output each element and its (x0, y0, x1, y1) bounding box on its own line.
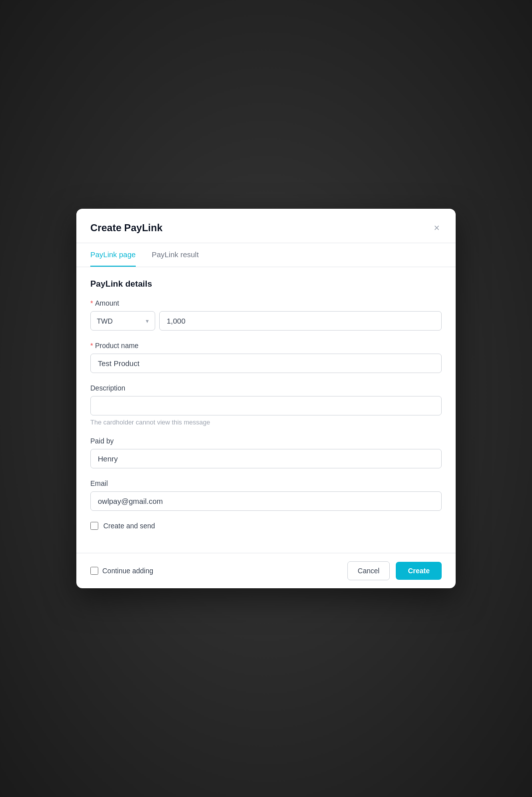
paid-by-group: Paid by (90, 437, 442, 468)
tab-paylink-result[interactable]: PayLink result (152, 243, 199, 267)
email-label: Email (90, 479, 442, 487)
email-group: Email (90, 479, 442, 511)
paid-by-input[interactable] (90, 449, 442, 468)
amount-required-star: * (90, 299, 93, 307)
continue-adding-label: Continue adding (102, 567, 153, 575)
modal-body: PayLink details * Amount TWD ▾ (76, 267, 456, 553)
product-name-input[interactable] (90, 354, 442, 373)
create-and-send-label: Create and send (103, 522, 155, 530)
currency-select[interactable]: TWD ▾ (90, 311, 155, 331)
amount-row: TWD ▾ (90, 311, 442, 331)
description-input[interactable] (90, 396, 442, 415)
product-name-label: * Product name (90, 342, 442, 350)
currency-value: TWD (97, 317, 113, 325)
description-hint: The cardholder cannot view this message (90, 418, 442, 426)
product-name-group: * Product name (90, 342, 442, 373)
tab-paylink-page[interactable]: PayLink page (90, 243, 136, 267)
continue-adding-row: Continue adding (90, 567, 153, 575)
amount-group: * Amount TWD ▾ (90, 299, 442, 331)
create-button[interactable]: Create (396, 562, 442, 580)
description-label: Description (90, 384, 442, 392)
modal-title: Create PayLink (90, 222, 163, 234)
modal-overlay: Create PayLink × PayLink page PayLink re… (0, 0, 532, 797)
modal-dialog: Create PayLink × PayLink page PayLink re… (76, 209, 456, 588)
product-required-star: * (90, 342, 93, 350)
create-and-send-group: Create and send (90, 522, 442, 530)
modal-footer: Continue adding Cancel Create (76, 553, 456, 588)
create-and-send-checkbox[interactable] (90, 522, 98, 530)
modal-header: Create PayLink × (76, 209, 456, 243)
chevron-down-icon: ▾ (146, 318, 149, 325)
section-title: PayLink details (90, 279, 442, 289)
amount-input[interactable] (159, 311, 442, 331)
email-input[interactable] (90, 491, 442, 511)
create-and-send-row: Create and send (90, 522, 442, 530)
cancel-button[interactable]: Cancel (347, 561, 390, 580)
tabs-container: PayLink page PayLink result (76, 243, 456, 267)
amount-label: * Amount (90, 299, 442, 307)
description-group: Description The cardholder cannot view t… (90, 384, 442, 426)
paid-by-label: Paid by (90, 437, 442, 445)
close-button[interactable]: × (432, 221, 442, 235)
continue-adding-checkbox[interactable] (90, 567, 98, 575)
